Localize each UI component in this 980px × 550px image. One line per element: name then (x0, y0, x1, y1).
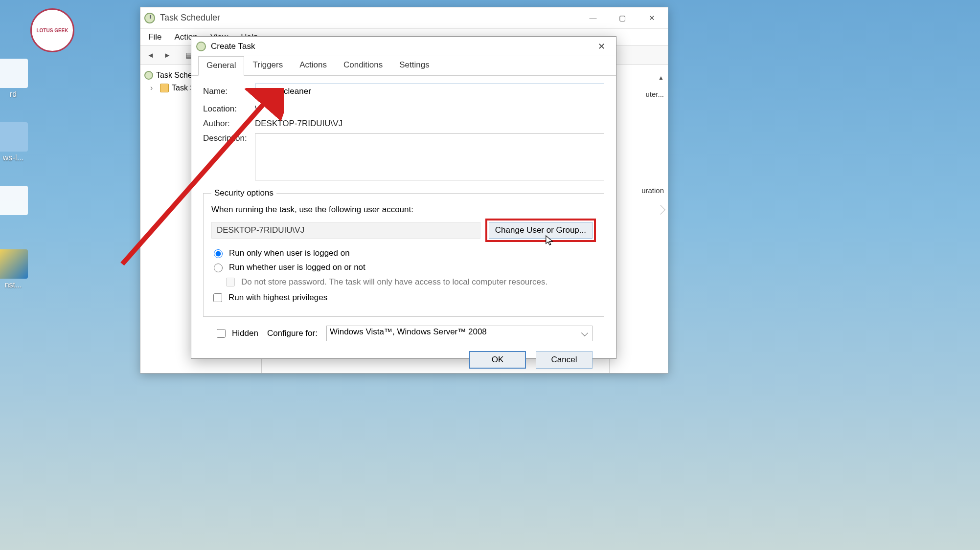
file-icon (0, 186, 28, 215)
annotation-highlight: Change User or Group... (485, 219, 596, 242)
panel-text: uration (614, 186, 664, 195)
panel-text: uter... (614, 90, 664, 98)
maximize-button[interactable]: ▢ (614, 11, 631, 25)
desktop-icon[interactable]: nst... (0, 249, 35, 289)
logo-badge: LOTUS GEEK (30, 8, 74, 52)
close-button[interactable]: ✕ (592, 39, 611, 54)
run-logged-on-radio[interactable] (214, 249, 223, 258)
security-legend: Security options (211, 188, 276, 198)
description-label: Description: (203, 133, 255, 143)
cursor-icon (545, 235, 554, 246)
tab-triggers[interactable]: Triggers (244, 56, 291, 75)
actions-panel: ▲ uter... uration (609, 66, 668, 373)
collapse-icon[interactable]: ▲ (658, 74, 664, 81)
location-value: \ (255, 104, 257, 114)
expand-icon[interactable]: › (150, 84, 157, 92)
window-titlebar[interactable]: Task Scheduler — ▢ ✕ (140, 7, 668, 29)
name-input[interactable] (255, 84, 604, 99)
tab-conditions[interactable]: Conditions (335, 56, 391, 75)
change-user-button[interactable]: Change User or Group... (489, 222, 593, 239)
tab-settings[interactable]: Settings (391, 56, 437, 75)
checkbox-label: Hidden (232, 329, 258, 338)
security-message: When running the task, use the following… (211, 205, 596, 215)
desktop-icon-label: ws-I... (3, 154, 24, 162)
desktop-icon-label: rd (10, 90, 17, 98)
hidden-checkbox[interactable] (217, 329, 226, 338)
security-options-group: Security options When running the task, … (203, 188, 604, 317)
chevron-down-icon (581, 330, 588, 336)
author-label: Author: (203, 119, 255, 129)
menu-file[interactable]: File (148, 32, 161, 42)
window-title: Task Scheduler (160, 13, 220, 23)
highest-privileges-checkbox[interactable] (213, 293, 222, 302)
radio-label: Run only when user is logged on (229, 248, 350, 258)
run-whether-radio[interactable] (214, 264, 223, 272)
tab-actions[interactable]: Actions (291, 56, 335, 75)
ok-button[interactable]: OK (469, 351, 526, 369)
desktop-icon[interactable]: ws-I... (0, 122, 35, 162)
clock-icon (144, 13, 155, 23)
author-value: DESKTOP-7RIDUIU\VJ (255, 119, 342, 129)
forward-button[interactable]: ► (160, 48, 175, 63)
create-task-dialog: Create Task ✕ General Triggers Actions C… (191, 36, 616, 359)
chevron-right-icon[interactable] (656, 205, 665, 215)
configure-for-select[interactable]: Windows Vista™, Windows Server™ 2008 (326, 326, 593, 341)
dialog-title: Create Task (211, 42, 255, 51)
configure-for-label: Configure for: (267, 329, 318, 338)
no-password-checkbox (226, 278, 235, 286)
name-label: Name: (203, 87, 255, 96)
checkbox-label: Run with highest privileges (228, 293, 327, 303)
desktop-icon[interactable]: rd (0, 59, 35, 99)
desktop-icon[interactable] (0, 186, 35, 217)
checkbox-label: Do not store password. The task will onl… (241, 277, 547, 287)
tab-general[interactable]: General (198, 56, 244, 76)
user-account-value: DESKTOP-7RIDUIU\VJ (211, 222, 480, 239)
clock-icon (144, 71, 153, 80)
close-button[interactable]: ✕ (643, 11, 660, 25)
tab-bar: General Triggers Actions Conditions Sett… (191, 56, 616, 76)
back-button[interactable]: ◄ (143, 48, 158, 63)
location-label: Location: (203, 104, 255, 114)
shield-icon (0, 249, 28, 279)
desktop-icon-label: nst... (5, 281, 22, 289)
file-icon (0, 59, 28, 88)
clock-icon (196, 42, 206, 51)
dialog-titlebar[interactable]: Create Task ✕ (191, 37, 616, 56)
folder-icon (160, 84, 169, 92)
file-icon (0, 122, 28, 152)
radio-label: Run whether user is logged on or not (229, 263, 365, 272)
minimize-button[interactable]: — (585, 11, 601, 25)
cancel-button[interactable]: Cancel (536, 351, 593, 369)
select-value: Windows Vista™, Windows Server™ 2008 (330, 327, 487, 336)
description-input[interactable] (255, 133, 604, 180)
